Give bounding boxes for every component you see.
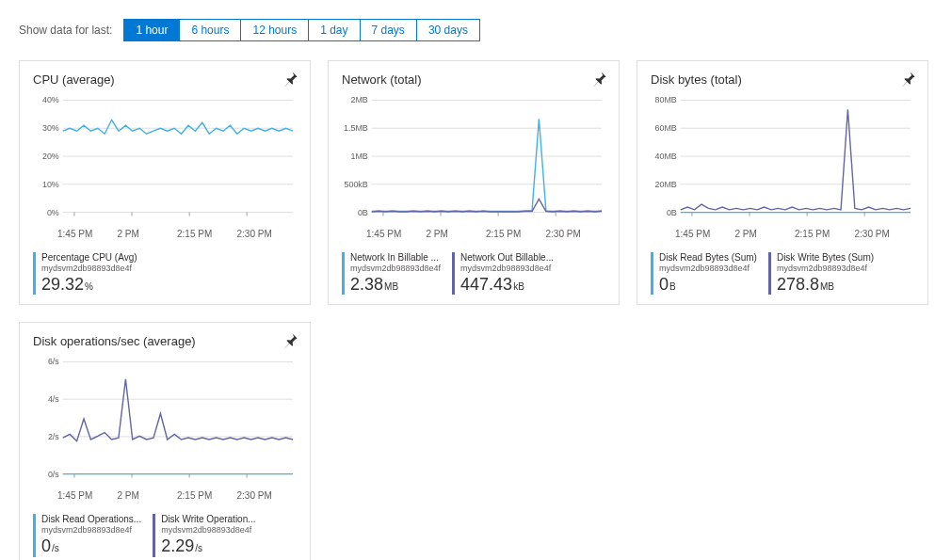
metric-resource: mydsvm2db98893d8e4f (460, 264, 554, 274)
svg-text:0%: 0% (47, 208, 59, 217)
metric-info: Network Out Billable... mydsvm2db98893d8… (460, 252, 554, 295)
metric-color-bar (651, 252, 653, 295)
metric-tiles: CPU (average) 40%30%20%10%0% 1:45 PM2 PM… (19, 60, 932, 560)
x-tick: 1:45 PM (675, 229, 735, 239)
metrics-row: Disk Read Bytes (Sum) mydsvm2db98893d8e4… (651, 247, 914, 295)
time-tab-7-days[interactable]: 7 days (361, 20, 417, 40)
svg-text:30%: 30% (42, 123, 59, 133)
metric-color-bar (33, 252, 36, 295)
metrics-row: Disk Read Operations... mydsvm2db98893d8… (33, 508, 297, 556)
x-tick: 2:15 PM (795, 229, 855, 239)
tile-title: Disk operations/sec (average) (33, 334, 297, 348)
time-range-toolbar: Show data for last: 1 hour6 hours12 hour… (19, 19, 932, 41)
metric-tile-disk-operations-sec-average-: Disk operations/sec (average) 6/s4/s2/s0… (19, 322, 311, 560)
pin-icon[interactable] (590, 71, 607, 88)
metric-item: Network In Billable ... mydsvm2db98893d8… (342, 252, 441, 295)
metric-resource: mydsvm2db98893d8e4f (777, 264, 874, 274)
metric-value: 0B (659, 275, 757, 296)
metric-item: Disk Write Bytes (Sum) mydsvm2db98893d8e… (768, 252, 874, 295)
chart-svg: 6/s4/s2/s0/s (33, 356, 297, 488)
svg-text:80MB: 80MB (654, 95, 676, 104)
chart-svg: 40%30%20%10%0% (33, 94, 297, 226)
svg-text:6/s: 6/s (48, 358, 59, 367)
metric-tile-cpu-average-: CPU (average) 40%30%20%10%0% 1:45 PM2 PM… (19, 60, 311, 305)
time-tab-12-hours[interactable]: 12 hours (241, 20, 309, 40)
metric-name: Disk Write Operation... (161, 514, 255, 525)
tile-title: CPU (average) (33, 72, 297, 87)
x-tick: 2 PM (118, 229, 178, 239)
x-axis: 1:45 PM2 PM2:15 PM2:30 PM (651, 229, 914, 239)
tile-title: Disk bytes (total) (651, 72, 914, 87)
x-tick: 2 PM (427, 229, 487, 239)
x-tick: 2:15 PM (177, 229, 237, 239)
pin-icon[interactable] (282, 332, 298, 349)
metric-info: Disk Read Bytes (Sum) mydsvm2db98893d8e4… (659, 252, 757, 295)
metric-info: Disk Write Operation... mydsvm2db98893d8… (161, 514, 255, 556)
metric-item: Network Out Billable... mydsvm2db98893d8… (452, 252, 554, 295)
tile-title: Network (total) (342, 72, 605, 87)
metric-resource: mydsvm2db98893d8e4f (350, 264, 441, 274)
svg-text:2/s: 2/s (48, 432, 59, 441)
metric-color-bar (33, 514, 36, 556)
metric-value: 2.38MB (350, 275, 441, 296)
svg-text:40MB: 40MB (654, 152, 676, 161)
svg-text:20%: 20% (42, 152, 59, 161)
metric-item: Disk Read Operations... mydsvm2db98893d8… (33, 514, 141, 556)
svg-text:60MB: 60MB (654, 123, 676, 133)
x-axis: 1:45 PM2 PM2:15 PM2:30 PM (33, 490, 297, 501)
pin-icon[interactable] (282, 71, 298, 88)
x-tick: 2:30 PM (855, 229, 915, 239)
metric-value: 2.29/s (161, 536, 255, 557)
metric-item: Disk Write Operation... mydsvm2db98893d8… (153, 514, 255, 556)
svg-text:2MB: 2MB (350, 95, 367, 104)
metric-item: Percentage CPU (Avg) mydsvm2db98893d8e4f… (33, 252, 137, 295)
metric-name: Network Out Billable... (460, 252, 554, 264)
x-tick: 1:45 PM (366, 229, 427, 239)
metric-value: 278.8MB (777, 275, 874, 296)
svg-text:40%: 40% (42, 95, 59, 104)
metric-tile-disk-bytes-total-: Disk bytes (total) 80MB60MB40MB20MB0B 1:… (637, 60, 928, 305)
svg-text:500kB: 500kB (344, 180, 367, 189)
x-axis: 1:45 PM2 PM2:15 PM2:30 PM (33, 229, 297, 239)
time-tab-30-days[interactable]: 30 days (417, 20, 479, 40)
metric-unit: MB (820, 281, 834, 292)
metric-info: Network In Billable ... mydsvm2db98893d8… (350, 252, 441, 295)
metric-name: Disk Write Bytes (Sum) (777, 252, 874, 264)
metric-info: Percentage CPU (Avg) mydsvm2db98893d8e4f… (41, 252, 137, 295)
svg-text:10%: 10% (42, 180, 59, 189)
metric-unit: B (669, 281, 676, 292)
metric-tile-network-total-: Network (total) 2MB1.5MB1MB500kB0B 1:45 … (328, 60, 620, 305)
metric-color-bar (342, 252, 345, 295)
metric-item: Disk Read Bytes (Sum) mydsvm2db98893d8e4… (651, 252, 757, 295)
metric-value: 0/s (41, 536, 141, 557)
svg-text:1MB: 1MB (350, 152, 367, 161)
x-tick: 1:45 PM (57, 490, 118, 501)
metric-unit: /s (195, 543, 202, 553)
time-tab-6-hours[interactable]: 6 hours (180, 20, 241, 40)
x-tick: 2:30 PM (546, 229, 606, 239)
metric-color-bar (452, 252, 455, 295)
metric-unit: /s (52, 543, 59, 553)
metric-resource: mydsvm2db98893d8e4f (161, 525, 255, 536)
metric-name: Percentage CPU (Avg) (41, 252, 137, 264)
metric-color-bar (153, 514, 155, 556)
metric-name: Network In Billable ... (350, 252, 441, 264)
metric-name: Disk Read Bytes (Sum) (659, 252, 757, 264)
metric-name: Disk Read Operations... (41, 514, 141, 525)
metric-resource: mydsvm2db98893d8e4f (41, 525, 141, 536)
svg-text:1.5MB: 1.5MB (344, 123, 368, 133)
time-tab-1-hour[interactable]: 1 hour (124, 20, 180, 40)
time-tab-1-day[interactable]: 1 day (309, 20, 360, 40)
metric-unit: % (85, 281, 93, 292)
metric-value: 29.32% (41, 275, 137, 296)
metrics-row: Network In Billable ... mydsvm2db98893d8… (342, 247, 605, 295)
metric-unit: kB (513, 281, 524, 292)
metric-value: 447.43kB (460, 275, 554, 296)
x-tick: 1:45 PM (57, 229, 118, 239)
x-tick: 2:30 PM (237, 229, 298, 239)
metrics-row: Percentage CPU (Avg) mydsvm2db98893d8e4f… (33, 247, 297, 295)
metric-info: Disk Read Operations... mydsvm2db98893d8… (41, 514, 141, 556)
x-tick: 2 PM (118, 490, 178, 501)
svg-text:4/s: 4/s (48, 395, 59, 405)
pin-icon[interactable] (899, 71, 916, 88)
